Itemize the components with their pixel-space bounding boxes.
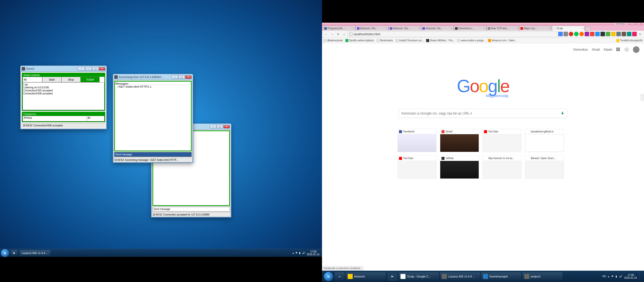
apps-shortcut[interactable]: Alkalmazások: [324, 39, 343, 42]
close-button[interactable]: ✕: [223, 125, 230, 128]
start-button[interactable]: ⊞: [1, 249, 9, 257]
chrome-window[interactable]: Domonkos — ▢ ✕ Programozók ...× blcksock…: [322, 23, 644, 271]
extension-icon[interactable]: [590, 32, 594, 36]
scroll-arrow-icon[interactable]: [640, 94, 644, 101]
window-incoming[interactable]: Incomming from 127.0.0.1:63592#... — ▢ ✕…: [113, 74, 193, 163]
help-button[interactable]: ⁃: [77, 67, 85, 70]
stop-button[interactable]: ✕: [336, 32, 341, 37]
search-box[interactable]: [399, 109, 567, 118]
profile-label[interactable]: Domonkos: [615, 23, 626, 25]
taskbar-item-lazarus[interactable]: Lazarus IDE v1.4.4 ...: [20, 250, 50, 256]
network-icon[interactable]: ▮: [616, 275, 617, 278]
clock[interactable]: 17:00 2016.01.10.: [307, 250, 320, 256]
extension-icon[interactable]: [574, 32, 579, 36]
tab[interactable]: Raw TCP test...×: [487, 26, 519, 31]
new-tab-button[interactable]: [586, 27, 591, 31]
address-bar[interactable]: localhost/index.html: [348, 31, 557, 37]
send-button[interactable]: Send message: [152, 207, 230, 212]
minimize-button[interactable]: —: [627, 23, 632, 25]
minimize-button[interactable]: —: [172, 75, 178, 79]
minimize-button[interactable]: —: [210, 125, 216, 128]
bookmark-item[interactable]: Bookmarks: [377, 39, 393, 42]
extension-icon[interactable]: [600, 32, 605, 36]
send-button[interactable]: Send message: [114, 152, 192, 157]
extension-icon[interactable]: [606, 32, 610, 36]
extension-icon[interactable]: [564, 32, 568, 36]
bookmark-item[interactable]: Install Chromium an...: [395, 39, 424, 42]
google-apps-icon[interactable]: [616, 48, 620, 52]
stop-button[interactable]: Stop: [61, 77, 80, 82]
taskbar-left[interactable]: ⊞ ◉ Lazarus IDE v1.4.4 ... ▴ ⚑ ▮ 🔊 17:00…: [0, 249, 322, 257]
tab[interactable]: Major Laz...×: [519, 26, 552, 31]
bookmark-item[interactable]: Spotify webes lejátszó: [345, 39, 374, 42]
start-button[interactable]: ⊞: [324, 272, 333, 281]
show-desktop-button[interactable]: [639, 272, 641, 281]
taskbar-item[interactable]: project1: [522, 272, 562, 281]
chrome-titlebar[interactable]: Domonkos — ▢ ✕: [322, 23, 644, 25]
window-form1[interactable]: Form1 ⁃ — ▢ ✕ Smart controls Start Stop …: [20, 65, 107, 129]
forward-button[interactable]: →: [330, 32, 335, 37]
tab[interactable]: blcksock: Cla...×: [421, 26, 454, 31]
clock[interactable]: 17:00 2016.01.10.: [624, 274, 637, 279]
user-name-link[interactable]: Domonkos: [573, 48, 588, 51]
bookmark-item[interactable]: Steam Műhely :: Por...: [426, 39, 455, 42]
extension-icon[interactable]: [616, 32, 621, 36]
tile[interactable]: Gmail: [440, 129, 479, 152]
tab-close-icon[interactable]: ×: [582, 27, 583, 30]
bookmark-bar[interactable]: Alkalmazások Spotify webes lejátszó Book…: [322, 38, 644, 43]
maximize-button[interactable]: ▢: [92, 67, 99, 70]
tabstrip[interactable]: Programozók ...× blcksock: Cla...× blcks…: [322, 25, 644, 31]
extension-icon[interactable]: [558, 32, 563, 36]
gmail-link[interactable]: Gmail: [592, 48, 600, 51]
extension-icon[interactable]: [632, 32, 637, 36]
adblock-icon[interactable]: [569, 32, 573, 36]
port-input[interactable]: [23, 77, 42, 82]
start-button[interactable]: Start: [42, 77, 61, 82]
system-tray[interactable]: ▴ ⚑ ▮ 🔊 17:00 2016.01.10.: [293, 250, 322, 256]
tile[interactable]: YouTube: [397, 156, 436, 179]
language-indicator[interactable]: HU: [602, 275, 606, 278]
close-button[interactable]: ✕: [99, 67, 105, 70]
tile[interactable]: GitHub: [440, 156, 479, 179]
tab[interactable]: Programozók ...×: [323, 26, 356, 31]
tray-arrow-icon[interactable]: ▴: [293, 252, 294, 254]
tab[interactable]: Domonkos L...×: [454, 26, 487, 31]
tab-close-icon[interactable]: ×: [516, 27, 518, 30]
tile[interactable]: Facebook: [397, 129, 436, 152]
maximize-button[interactable]: ▢: [633, 23, 638, 25]
tile[interactable]: Bitnami: Open Sourc...: [525, 156, 564, 179]
pinned-ie[interactable]: e: [335, 272, 345, 281]
extension-icon[interactable]: [585, 32, 589, 36]
ip-input[interactable]: IP/Host: [23, 116, 87, 121]
extension-icon[interactable]: [595, 32, 600, 36]
network-icon[interactable]: ▮: [299, 252, 301, 254]
flag-icon[interactable]: ⚑: [295, 252, 298, 254]
volume-icon[interactable]: 🔊: [302, 252, 305, 254]
toself-button[interactable]: ToSelf: [80, 77, 100, 82]
notifications-icon[interactable]: [624, 47, 629, 52]
taskbar-right[interactable]: ⊞ e blcksock ▶ Új lap - Google C... Laza…: [322, 271, 644, 282]
system-tray[interactable]: HU ▴ ⚑ ▮ 🔊 17:00 2016.01.10.: [602, 272, 643, 281]
tab-close-icon[interactable]: ×: [451, 27, 453, 30]
pinned-app[interactable]: ◉: [11, 250, 18, 256]
back-button[interactable]: ←: [324, 32, 329, 37]
taskbar-item[interactable]: Lazarus IDE v1.4.4 ...: [440, 272, 480, 281]
tab-close-icon[interactable]: ×: [418, 27, 420, 30]
taskbar-item-media[interactable]: ▶: [387, 272, 397, 281]
extension-icon[interactable]: [622, 32, 626, 36]
tile[interactable]: YouTube: [482, 129, 521, 152]
menu-button[interactable]: ≡: [637, 32, 642, 37]
port-input[interactable]: 80: [87, 116, 104, 121]
minimize-button[interactable]: —: [85, 67, 92, 70]
tab-close-icon[interactable]: ×: [549, 27, 551, 30]
taskbar-item[interactable]: Eseménynapló: [481, 272, 521, 281]
other-bookmarks[interactable]: További könyvjelzők: [616, 39, 642, 42]
tab-close-icon[interactable]: ×: [353, 27, 354, 30]
tab-close-icon[interactable]: ×: [484, 27, 485, 30]
bookmark-item[interactable]: www.model.u-szege...: [457, 39, 486, 42]
tab[interactable]: blcksock: Cla...×: [388, 26, 421, 31]
titlebar[interactable]: Incomming from 127.0.0.1:63592#... — ▢ ✕: [113, 74, 193, 80]
home-button[interactable]: ⌂: [342, 32, 347, 37]
extension-icon[interactable]: [627, 32, 631, 36]
search-input[interactable]: [401, 111, 560, 115]
